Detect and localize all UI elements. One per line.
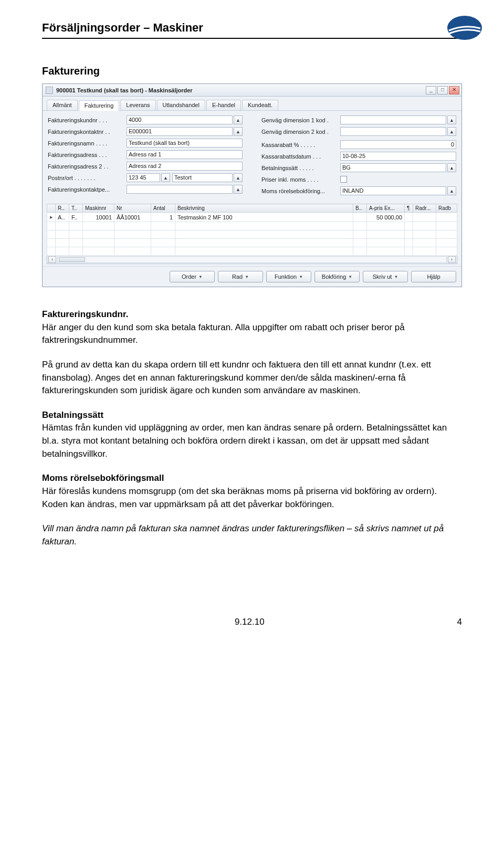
- input-moms-rorelsebokforing[interactable]: INLAND: [340, 186, 446, 195]
- bokforing-button[interactable]: Bokföring▼: [314, 271, 360, 282]
- table-row[interactable]: [47, 230, 457, 239]
- grid-header[interactable]: Radb: [436, 204, 457, 213]
- input-postnr[interactable]: 123 45: [127, 173, 160, 182]
- order-lines-grid[interactable]: R.. T.. Maskinnr Nr Antal Beskrivning B.…: [47, 204, 457, 256]
- grid-header[interactable]: Beskrivning: [175, 204, 353, 213]
- input-faktureringsadress[interactable]: Adress rad 1: [127, 150, 243, 159]
- checkbox-priser-inkl-moms[interactable]: [340, 176, 347, 183]
- input-faktureringsadress2[interactable]: Adress rad 2: [127, 162, 243, 171]
- chevron-down-icon: ▼: [299, 275, 303, 279]
- label-kassarabatt: Kassarabatt % . . . . .: [261, 142, 340, 148]
- footer-date: 9.12.10: [235, 617, 265, 627]
- rad-button[interactable]: Rad▼: [218, 271, 263, 282]
- tab-kundeatt[interactable]: Kundeatt.: [242, 100, 278, 110]
- table-row[interactable]: [47, 239, 457, 247]
- input-faktureringskundnr[interactable]: 4000: [127, 115, 233, 124]
- scroll-track[interactable]: [57, 256, 447, 263]
- lookup-button[interactable]: ▲: [234, 185, 243, 194]
- label-priser-inkl-moms: Priser inkl. moms . . . .: [261, 176, 340, 183]
- funktion-button[interactable]: Funktion▼: [266, 271, 311, 282]
- lookup-button[interactable]: ▲: [447, 186, 456, 195]
- grid-header[interactable]: R..: [56, 204, 69, 213]
- cell-pilcrow[interactable]: [405, 213, 413, 222]
- lookup-button[interactable]: ▲: [447, 163, 456, 172]
- grid-header[interactable]: Nr: [114, 204, 151, 213]
- label-faktureringsadress2: Faktureringsadress 2 . .: [48, 163, 127, 170]
- logo: [446, 15, 483, 41]
- cell-antal[interactable]: 1: [151, 213, 175, 222]
- grid-header[interactable]: ¶: [405, 204, 413, 213]
- input-dim1[interactable]: [340, 115, 446, 124]
- label-faktureringskontaktpe: Faktureringskontaktpe...: [48, 186, 127, 193]
- grid-header[interactable]: Maskinnr: [83, 204, 114, 213]
- cell-t[interactable]: F..: [69, 213, 83, 222]
- chevron-down-icon: ▼: [394, 275, 398, 279]
- page: Försäljningsorder – Maskiner Fakturering…: [0, 0, 504, 648]
- grid-header[interactable]: Radr...: [413, 204, 436, 213]
- input-faktureringskontaktpe[interactable]: [127, 185, 233, 194]
- input-kassarabatt[interactable]: 0: [340, 140, 456, 149]
- label-faktureringsadress: Faktureringsadress . . .: [48, 152, 127, 158]
- table-row[interactable]: [47, 222, 457, 230]
- cell-r[interactable]: A..: [56, 213, 69, 222]
- lookup-button[interactable]: ▲: [234, 115, 243, 124]
- input-ort[interactable]: Testort: [172, 173, 233, 182]
- cell-beskrivning[interactable]: Testmaskin 2 MF 100: [175, 213, 353, 222]
- scroll-right-icon[interactable]: ›: [448, 256, 456, 263]
- cell-maskinnr[interactable]: 10001: [83, 213, 114, 222]
- paragraph: På grund av detta kan du skapa ordern ti…: [42, 359, 462, 397]
- cell-nr[interactable]: ÅÅ10001: [114, 213, 151, 222]
- cell-apris[interactable]: 50 000,00: [367, 213, 405, 222]
- input-kassarabattsdatum[interactable]: 10-08-25: [340, 152, 456, 161]
- grid-header[interactable]: A-pris Ex...: [367, 204, 405, 213]
- input-dim2[interactable]: [340, 127, 446, 136]
- grid-header[interactable]: [47, 204, 56, 213]
- table-row[interactable]: ▸ A.. F.. 10001 ÅÅ10001 1 Testmaskin 2 M…: [47, 213, 457, 222]
- tab-fakturering[interactable]: Fakturering: [79, 100, 120, 111]
- cell-radb[interactable]: [436, 213, 457, 222]
- lookup-button[interactable]: ▲: [234, 127, 243, 136]
- scroll-left-icon[interactable]: ‹: [48, 256, 56, 263]
- page-footer: 9.12.10 4: [42, 617, 462, 627]
- input-faktureringskontaktnr[interactable]: E000001: [127, 127, 233, 136]
- lookup-button[interactable]: ▲: [234, 173, 243, 182]
- label-faktureringsnamn: Faktureringsnamn . . . .: [48, 140, 127, 146]
- lookup-button[interactable]: ▲: [447, 115, 456, 124]
- grid-header[interactable]: B..: [353, 204, 367, 213]
- lookup-button[interactable]: ▲: [447, 127, 456, 136]
- input-betalningssatt[interactable]: BG: [340, 163, 446, 172]
- cell-b[interactable]: [353, 213, 367, 222]
- row-marker: ▸: [47, 213, 56, 222]
- label-kassarabattsdatum: Kassarabattsdatum . . .: [261, 153, 340, 160]
- paragraph: Vill man ändra namn på fakturan ska namn…: [42, 522, 462, 548]
- grid-header[interactable]: T..: [69, 204, 83, 213]
- para-title-faktureringskundnr: Faktureringskundnr.: [42, 308, 462, 321]
- grid-scrollbar[interactable]: ‹ ›: [47, 256, 457, 264]
- body-text: Faktureringskundnr. Här anger du den kun…: [42, 308, 462, 549]
- footer-page-number: 4: [457, 617, 462, 627]
- paragraph: Moms rörelsebokföringsmall Här föreslås …: [42, 472, 462, 511]
- hjalp-button[interactable]: Hjälp: [411, 271, 456, 282]
- window-icon: [46, 87, 53, 94]
- minimize-button[interactable]: _: [426, 86, 436, 94]
- lookup-button[interactable]: ▲: [161, 173, 170, 182]
- tab-ehandel[interactable]: E-handel: [206, 100, 241, 110]
- tab-utlandshandel[interactable]: Utlandshandel: [157, 100, 205, 110]
- para-title-betalningssatt: Betalningssätt: [42, 409, 462, 422]
- tab-leverans[interactable]: Leverans: [120, 100, 155, 110]
- tab-allmant[interactable]: Allmänt: [47, 100, 78, 110]
- label-dim2: Genväg dimension 2 kod .: [261, 129, 340, 135]
- form-right-column: Genväg dimension 1 kod . ▲ Genväg dimens…: [261, 115, 456, 197]
- skrivut-button[interactable]: Skriv ut▼: [363, 271, 408, 282]
- maximize-button[interactable]: □: [437, 86, 448, 94]
- label-dim1: Genväg dimension 1 kod .: [261, 117, 340, 123]
- order-button[interactable]: Order▼: [170, 271, 215, 282]
- input-faktureringsnamn[interactable]: Testkund (skall tas bort): [127, 139, 243, 148]
- close-button[interactable]: ✕: [449, 86, 459, 94]
- cell-radr[interactable]: [413, 213, 436, 222]
- scroll-thumb[interactable]: [59, 257, 85, 262]
- table-row[interactable]: [47, 247, 457, 256]
- label-moms-rorelsebokforing: Moms rörelsebokföring...: [261, 188, 340, 194]
- grid-header[interactable]: Antal: [151, 204, 175, 213]
- title-rule: [42, 38, 462, 39]
